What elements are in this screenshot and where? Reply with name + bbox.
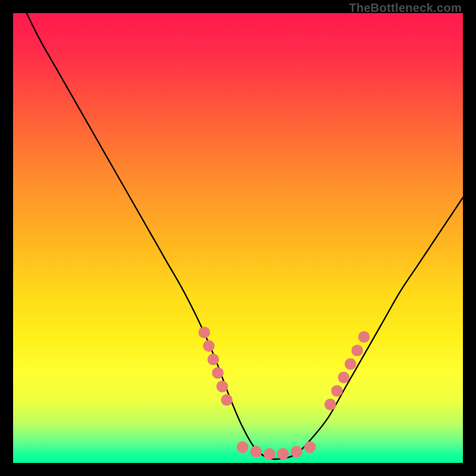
marker-dot xyxy=(212,367,224,379)
marker-dot xyxy=(217,381,228,393)
marker-dot xyxy=(208,353,220,365)
marker-dot xyxy=(304,441,316,453)
marker-dot xyxy=(250,446,262,458)
marker-dot xyxy=(277,448,289,460)
marker-dot xyxy=(358,331,370,343)
marker-group xyxy=(199,327,370,460)
marker-dot xyxy=(199,327,211,339)
marker-dot xyxy=(203,340,215,352)
bottleneck-curve xyxy=(27,13,463,459)
marker-dot xyxy=(221,394,233,406)
marker-dot xyxy=(338,372,350,384)
marker-dot xyxy=(345,358,356,370)
marker-dot xyxy=(237,441,249,453)
chart-frame xyxy=(13,13,463,463)
marker-dot xyxy=(291,446,303,458)
marker-dot xyxy=(352,345,364,356)
chart-svg xyxy=(13,13,463,463)
marker-dot xyxy=(264,448,275,460)
marker-dot xyxy=(331,385,343,397)
marker-dot xyxy=(324,399,336,411)
